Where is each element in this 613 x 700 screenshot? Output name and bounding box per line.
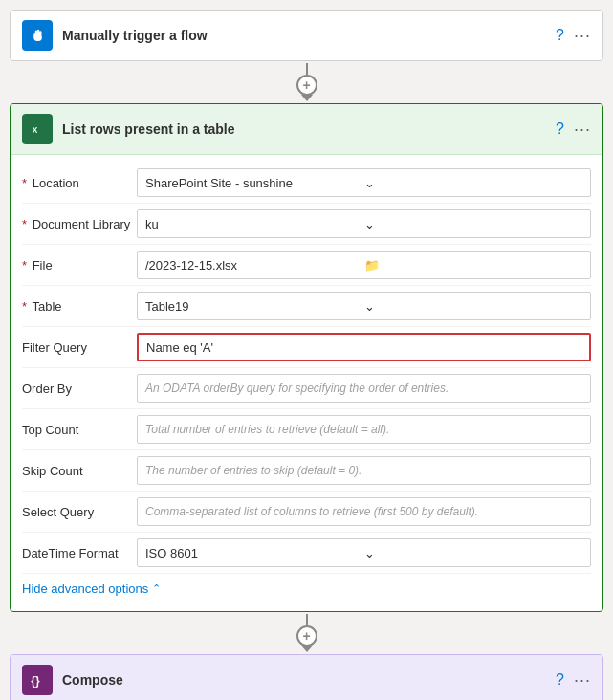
compose-help-icon[interactable]: ? (556, 671, 564, 689)
add-step-button-2[interactable]: + (296, 625, 317, 646)
excel-card-actions: ? ··· (556, 120, 591, 140)
label-skip-count: Skip Count (22, 464, 137, 478)
hand-icon (29, 27, 46, 44)
excel-card: X List rows present in a table ? ··· * L… (10, 103, 603, 612)
filter-query-input[interactable]: Name eq 'A' (137, 333, 591, 361)
label-document-library: * Document Library (22, 217, 137, 231)
compose-card-title: Compose (62, 672, 123, 688)
filter-query-value: Name eq 'A' (146, 340, 213, 355)
dropdown-datetime-format[interactable]: ISO 8601 ⌄ (137, 538, 591, 567)
skip-count-placeholder: The number of entries to skip (default =… (145, 464, 361, 477)
trigger-help-icon[interactable]: ? (556, 27, 564, 44)
excel-icon: X (22, 114, 53, 144)
form-row-datetime-format: DateTime Format ISO 8601 ⌄ (22, 533, 591, 574)
top-count-input[interactable]: Total number of entries to retrieve (def… (137, 415, 591, 444)
control-filter-query: Name eq 'A' (137, 333, 591, 361)
compose-more-icon[interactable]: ··· (574, 670, 591, 690)
connector-line-1 (306, 63, 308, 75)
trigger-icon (22, 20, 53, 51)
svg-text:{}: {} (31, 674, 40, 688)
connector-arrow-1 (301, 95, 313, 101)
dropdown-datetime-format-value: ISO 8601 (145, 546, 364, 560)
dropdown-location[interactable]: SharePoint Site - sunshine ⌄ (137, 168, 591, 197)
trigger-actions: ? ··· (556, 26, 591, 46)
control-order-by: An ODATA orderBy query for specifying th… (137, 374, 591, 403)
control-select-query: Comma-separated list of columns to retri… (137, 497, 591, 526)
add-step-button-1[interactable]: + (296, 75, 317, 96)
select-query-input[interactable]: Comma-separated list of columns to retri… (137, 497, 591, 526)
label-filter-query: Filter Query (22, 340, 137, 355)
chevron-document-library-icon: ⌄ (364, 217, 583, 231)
form-row-file: * File /2023-12-15.xlsx 📁 (22, 245, 591, 286)
label-order-by: Order By (22, 382, 137, 396)
control-table: Table19 ⌄ (137, 292, 591, 320)
label-table: * Table (22, 299, 137, 314)
compose-card-actions: ? ··· (556, 670, 591, 690)
dropdown-document-library-value: ku (145, 217, 364, 231)
excel-form-body: * Location SharePoint Site - sunshine ⌄ … (11, 155, 602, 611)
trigger-card-header: Manually trigger a flow ? ··· (11, 11, 602, 60)
connector-1: + (10, 63, 603, 101)
dropdown-location-value: SharePoint Site - sunshine (145, 176, 364, 190)
select-query-placeholder: Comma-separated list of columns to retri… (145, 505, 478, 518)
label-select-query: Select Query (22, 505, 137, 519)
control-skip-count: The number of entries to skip (default =… (137, 456, 591, 485)
trigger-title: Manually trigger a flow (62, 28, 208, 43)
excel-logo-icon: X (29, 120, 46, 138)
label-location: * Location (22, 176, 137, 190)
form-row-filter-query: Filter Query Name eq 'A' (22, 327, 591, 368)
trigger-card: Manually trigger a flow ? ··· (10, 10, 603, 61)
hide-advanced-options-button[interactable]: Hide advanced options ⌃ (22, 574, 591, 600)
dropdown-table[interactable]: Table19 ⌄ (137, 292, 591, 320)
control-file: /2023-12-15.xlsx 📁 (137, 251, 591, 279)
chevron-datetime-icon: ⌄ (364, 546, 583, 560)
form-row-top-count: Top Count Total number of entries to ret… (22, 409, 591, 450)
excel-help-icon[interactable]: ? (556, 120, 564, 138)
connector-2: + (10, 614, 603, 652)
dropdown-table-value: Table19 (145, 299, 364, 314)
form-row-skip-count: Skip Count The number of entries to skip… (22, 450, 591, 492)
order-by-placeholder: An ODATA orderBy query for specifying th… (145, 382, 449, 395)
control-document-library: ku ⌄ (137, 209, 591, 238)
excel-card-header: X List rows present in a table ? ··· (11, 104, 602, 155)
connector-line-2 (306, 614, 308, 625)
excel-more-icon[interactable]: ··· (574, 120, 591, 140)
form-row-select-query: Select Query Comma-separated list of col… (22, 492, 591, 533)
chevron-location-icon: ⌄ (364, 176, 583, 190)
folder-icon: 📁 (364, 258, 583, 273)
excel-card-title: List rows present in a table (62, 121, 235, 137)
label-file: * File (22, 258, 137, 273)
form-row-order-by: Order By An ODATA orderBy query for spec… (22, 368, 591, 409)
label-top-count: Top Count (22, 423, 137, 437)
trigger-more-icon[interactable]: ··· (574, 26, 591, 46)
control-datetime-format: ISO 8601 ⌄ (137, 538, 591, 567)
connector-arrow-2 (301, 645, 313, 652)
form-row-table: * Table Table19 ⌄ (22, 286, 591, 327)
svg-text:X: X (33, 126, 38, 135)
compose-card: {} Compose ? ··· * Inputs fx outputs(...… (10, 654, 603, 700)
chevron-table-icon: ⌄ (364, 299, 583, 314)
order-by-input[interactable]: An ODATA orderBy query for specifying th… (137, 374, 591, 403)
compose-icon: {} (22, 665, 53, 695)
chevron-up-icon: ⌃ (152, 582, 161, 595)
file-field[interactable]: /2023-12-15.xlsx 📁 (137, 251, 591, 279)
hide-advanced-label: Hide advanced options (22, 581, 148, 596)
control-location: SharePoint Site - sunshine ⌄ (137, 168, 591, 197)
top-count-placeholder: Total number of entries to retrieve (def… (145, 423, 389, 436)
curly-braces-icon: {} (29, 671, 46, 689)
skip-count-input[interactable]: The number of entries to skip (default =… (137, 456, 591, 485)
dropdown-document-library[interactable]: ku ⌄ (137, 209, 591, 238)
control-top-count: Total number of entries to retrieve (def… (137, 415, 591, 444)
compose-card-header: {} Compose ? ··· (11, 655, 602, 700)
file-field-value: /2023-12-15.xlsx (145, 258, 364, 273)
form-row-document-library: * Document Library ku ⌄ (22, 204, 591, 245)
label-datetime-format: DateTime Format (22, 546, 137, 560)
form-row-location: * Location SharePoint Site - sunshine ⌄ (22, 163, 591, 204)
